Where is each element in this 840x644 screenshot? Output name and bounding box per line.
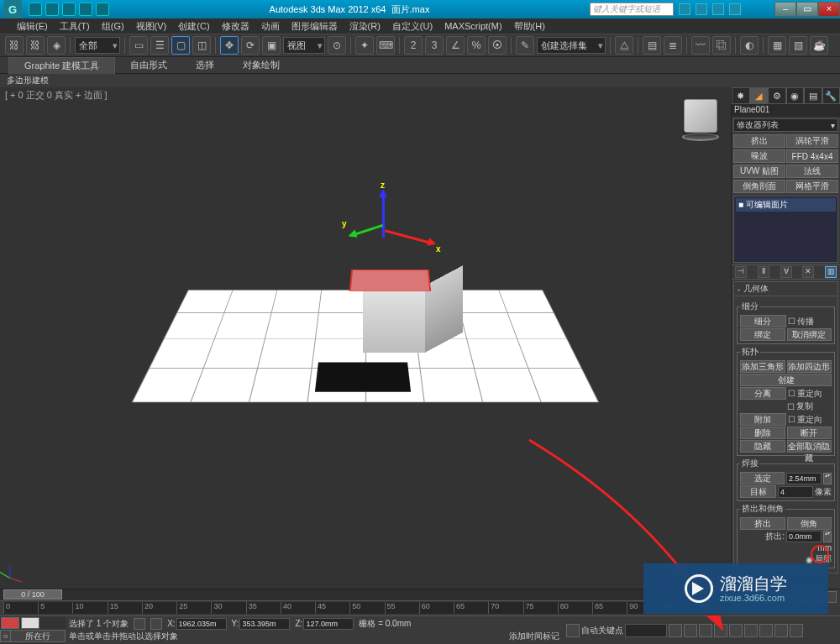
maximize-button[interactable]: ▭ [796, 2, 818, 17]
render-icon[interactable]: ☕ [810, 36, 828, 55]
snap3d-icon[interactable]: 3 [425, 36, 444, 55]
selection-filter[interactable]: 全部 [75, 37, 120, 54]
move-icon[interactable]: ✥ [220, 36, 239, 55]
qat-btn[interactable] [29, 3, 42, 16]
keyboard-icon[interactable]: ⌨ [376, 36, 395, 55]
stack-item[interactable]: ■ 可编辑面片 [736, 198, 836, 212]
menu-item[interactable]: 组(G) [102, 20, 124, 33]
weld-thresh-field[interactable] [786, 473, 822, 484]
hide-button[interactable]: 隐藏 [740, 440, 785, 453]
app-logo[interactable]: G [3, 0, 22, 18]
nav-zoom-icon[interactable] [759, 624, 773, 637]
isolate-icon[interactable] [566, 624, 580, 637]
close-button[interactable]: × [818, 2, 840, 17]
extrude-spinner[interactable]: ▴▾ [823, 531, 832, 542]
autokey-button[interactable]: 自动关键点 [581, 625, 623, 636]
nav-pan-icon[interactable] [744, 624, 758, 637]
material-icon[interactable]: ◐ [740, 36, 759, 55]
ribbon-tab-paint[interactable]: 对象绘制 [229, 57, 293, 73]
menu-item[interactable]: 创建(C) [178, 20, 209, 33]
nav-orbit-icon[interactable] [774, 624, 788, 637]
spinner-snap-icon[interactable]: ⦿ [488, 36, 507, 55]
modifier-list[interactable]: 修改器列表▾ [733, 118, 838, 132]
show-end-icon[interactable]: Ⅱ [758, 266, 769, 278]
unlink-icon[interactable]: ⛓ [26, 36, 45, 55]
tab-modify-icon[interactable]: ◢ [750, 87, 769, 104]
tab-motion-icon[interactable]: ◉ [786, 87, 805, 104]
menu-item[interactable]: 帮助(H) [514, 20, 545, 33]
rect-select-icon[interactable]: ▢ [171, 36, 190, 55]
menu-item[interactable]: 视图(V) [136, 20, 167, 33]
menu-item[interactable]: 编辑(E) [17, 20, 48, 33]
schematic-icon[interactable]: ⿻ [712, 36, 731, 55]
row-label[interactable]: ○所在行 [0, 630, 66, 642]
addquad-button[interactable]: 添加四边形 [787, 360, 832, 373]
snap-angle-icon[interactable]: ∠ [446, 36, 465, 55]
object-name-field[interactable]: Plane001 [732, 104, 840, 117]
ref-coord[interactable]: 视图 [283, 37, 325, 54]
play-icon[interactable] [699, 624, 712, 637]
coord-x-field[interactable] [176, 618, 227, 630]
menu-item[interactable]: 工具(T) [60, 20, 90, 33]
delete-button[interactable]: 删除 [740, 427, 785, 439]
create-button[interactable]: 创建 [740, 374, 832, 386]
play-end-icon[interactable] [729, 624, 743, 637]
addtri-button[interactable]: 添加三角形 [740, 360, 785, 373]
lock-icon[interactable] [134, 618, 145, 630]
help-search[interactable]: 键入关键字或短语 [590, 3, 674, 16]
menu-item[interactable]: 动画 [261, 20, 280, 33]
mod-noise[interactable]: 噪波 [733, 149, 785, 163]
mod-turbosmooth[interactable]: 涡轮平滑 [786, 134, 838, 148]
reorient-check[interactable]: ☐重定向 [788, 388, 832, 400]
configure-icon[interactable]: ▥ [825, 266, 837, 278]
bind-icon[interactable]: ◈ [47, 36, 66, 55]
pivot-icon[interactable]: ⊙ [328, 36, 346, 55]
propagate-check[interactable]: ☐传播 [788, 316, 832, 327]
layer-icon[interactable]: ≣ [664, 36, 682, 55]
comm-icon[interactable] [696, 3, 707, 15]
play-prev-icon[interactable] [684, 624, 697, 637]
weld-px-field[interactable] [778, 486, 813, 498]
spinner[interactable]: ▴▾ [823, 473, 832, 484]
scene-box[interactable] [363, 282, 443, 362]
manip-icon[interactable]: ✦ [355, 36, 374, 55]
mod-uvw[interactable]: UVW 贴图 [733, 165, 785, 178]
script-rec-icon[interactable] [1, 617, 19, 629]
qat-btn[interactable] [96, 3, 109, 16]
tab-util-icon[interactable]: 🔧 [822, 87, 841, 104]
curve-editor-icon[interactable]: 〰 [691, 36, 710, 55]
abs-rel-icon[interactable] [150, 618, 162, 630]
tab-display-icon[interactable]: ▤ [804, 87, 822, 104]
tab-hierarchy-icon[interactable]: ⚙ [768, 87, 786, 104]
mod-ffd[interactable]: FFD 4x4x4 [786, 149, 838, 163]
remove-icon[interactable]: ✕ [802, 266, 814, 278]
unique-icon[interactable]: ∀ [780, 266, 792, 278]
snap2d-icon[interactable]: 2 [404, 36, 423, 55]
bevel-button[interactable]: 倒角 [787, 517, 832, 530]
link-icon[interactable]: ⛓ [5, 36, 24, 55]
viewcube[interactable] [675, 96, 726, 143]
unhideall-button[interactable]: 全部取消隐藏 [787, 440, 832, 453]
extrude-button[interactable]: 挤出 [740, 517, 785, 530]
ribbon-sub[interactable]: 多边形建模 [0, 74, 840, 87]
qat-btn[interactable] [79, 3, 92, 16]
align-icon[interactable]: ▤ [643, 36, 661, 55]
star-icon[interactable] [712, 3, 724, 15]
info-icon[interactable] [729, 3, 741, 15]
time-ruler[interactable]: 0510152025303540455055606570758085909510… [3, 602, 731, 614]
select-icon[interactable]: ▭ [129, 36, 148, 55]
rotate-icon[interactable]: ⟳ [241, 36, 260, 55]
modifier-stack[interactable]: ■ 可编辑面片 [733, 196, 838, 263]
menu-item[interactable]: 自定义(U) [392, 20, 433, 33]
rollout-header[interactable]: 几何体 [734, 282, 837, 296]
mod-bevelprof[interactable]: 倒角剖面 [733, 180, 785, 193]
weldtgt-button[interactable]: 目标 [740, 485, 776, 498]
ribbon-tab-select[interactable]: 选择 [182, 57, 228, 73]
unbind-button[interactable]: 取消绑定 [787, 328, 832, 341]
render-setup-icon[interactable]: ▦ [768, 36, 786, 55]
menu-item[interactable]: 修改器 [222, 20, 249, 33]
time-key[interactable]: 0 / 100 [3, 589, 62, 599]
time-tag-add[interactable]: 添加时间标记 [509, 631, 559, 642]
scale-icon[interactable]: ▣ [262, 36, 281, 55]
viewport[interactable]: [ + 0 正交 0 真实 + 边面 ] z x y [0, 87, 731, 589]
